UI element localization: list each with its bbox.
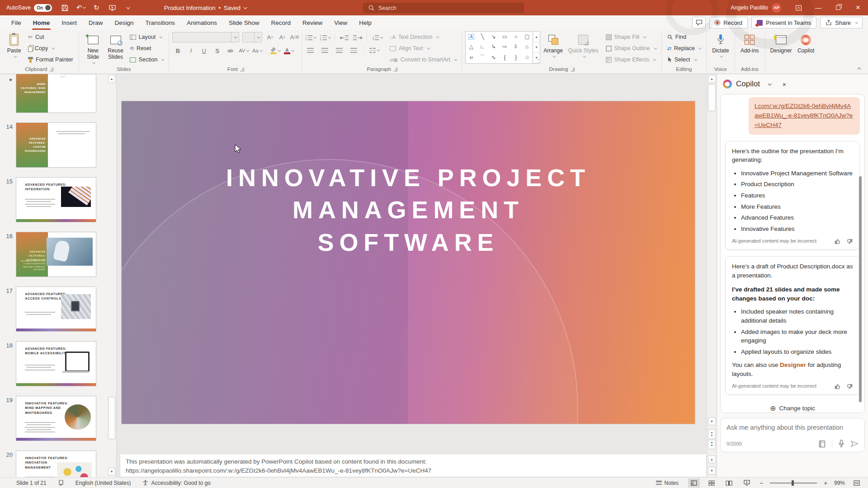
convert-smartart-button[interactable]: ⇄▦Convert to SmartArt — [387, 54, 458, 65]
new-slide-button[interactable]: New Slide — [82, 31, 104, 65]
slide-indicator[interactable]: Slide 1 of 21 — [13, 480, 50, 486]
start-slideshow-button[interactable] — [108, 3, 117, 13]
zoom-out-button[interactable]: − — [759, 479, 764, 487]
justify-button[interactable] — [349, 45, 358, 55]
zoom-slider[interactable] — [770, 483, 817, 483]
avatar[interactable]: AP — [772, 3, 781, 13]
voice-input-icon[interactable] — [838, 440, 844, 448]
current-slide[interactable]: INNOVATIVE PROJECT MANAGEMENT SOFTWARE — [122, 101, 695, 424]
notes-toggle-button[interactable]: Notes — [652, 480, 682, 486]
thumbs-up-icon[interactable] — [834, 238, 841, 245]
minimize-button[interactable]: — — [808, 0, 828, 15]
autosave-toggle[interactable]: AutoSave On — [6, 4, 52, 12]
slide-show-view-button[interactable] — [741, 479, 753, 488]
text-box-shape-icon[interactable]: A — [468, 34, 474, 40]
thumbs-up-icon[interactable] — [834, 383, 841, 390]
shape-fill-button[interactable]: Shape Fill — [604, 32, 658, 42]
arc-shape-icon[interactable]: ⌒ — [480, 54, 485, 61]
zoom-in-button[interactable]: + — [823, 479, 828, 487]
cut-button[interactable]: ✂Cut — [26, 32, 75, 42]
right-arrow-shape-icon[interactable]: ⇨ — [502, 43, 507, 50]
tab-animations[interactable]: Animations — [181, 15, 223, 30]
tab-record[interactable]: Record — [265, 15, 297, 30]
document-title-area[interactable]: Product Information • Saved — [164, 0, 246, 15]
user-name[interactable]: Angelo Paolillo — [731, 5, 768, 11]
thumbnail-slide-18[interactable]: 18 ADVANCED FEATURES: MOBILE ACCESSIBILI… — [0, 341, 116, 386]
tab-design[interactable]: Design — [109, 15, 140, 30]
thumbnail-image[interactable]: INNOVATIVE FEATURES: MIND MAPPING AND WH… — [16, 396, 96, 441]
quick-styles-button[interactable]: Quick Styles — [566, 31, 601, 59]
reset-button[interactable]: ⟲Reset — [127, 43, 166, 54]
prompt-guide-icon[interactable] — [818, 440, 826, 448]
present-in-teams-button[interactable]: Present in Teams — [751, 17, 816, 28]
line-shape-icon[interactable]: ╲ — [481, 33, 484, 40]
left-brace-shape-icon[interactable]: { — [504, 54, 505, 61]
scroll-down-button[interactable]: ▼ — [108, 468, 115, 475]
share-button[interactable]: Share — [820, 17, 863, 28]
undo-button[interactable]: ↶ — [76, 3, 85, 13]
shapes-grid[interactable]: A ╲ ↘ ▭ ○ ▢ △ ∟ ↳ ⇨ ⇩ ⌂ ℮ — [465, 31, 533, 64]
arrange-button[interactable]: Arrange — [541, 31, 565, 59]
copy-button[interactable]: Copy — [26, 43, 75, 54]
search-box[interactable]: Search — [363, 3, 524, 13]
thumbnail-slide-13[interactable]: 13★ MORE FEATURES: RISK MANAGEMENT Ident… — [0, 74, 116, 113]
normal-view-button[interactable] — [688, 479, 700, 488]
dialog-launcher-icon[interactable] — [571, 67, 575, 71]
find-button[interactable]: Find — [665, 32, 703, 42]
gallery-up-icon[interactable]: ▲ — [533, 32, 540, 42]
shape-effects-button[interactable]: Shape Effects — [604, 54, 658, 65]
text-direction-button[interactable]: ↓AText Direction — [387, 32, 458, 42]
tab-review[interactable]: Review — [297, 15, 328, 30]
shapes-gallery-scroll[interactable]: ▲ ▼ ▼̲ — [533, 31, 540, 64]
chat-scrollbar-thumb[interactable] — [859, 176, 862, 402]
font-name-combo[interactable] — [172, 32, 239, 42]
thumbnail-slide-19[interactable]: 19 INNOVATIVE FEATURES: MIND MAPPING AND… — [0, 396, 116, 441]
arrow-shape-icon[interactable]: ↘ — [491, 33, 496, 40]
tab-transitions[interactable]: Transitions — [140, 15, 181, 30]
columns-button[interactable] — [369, 45, 379, 55]
thumbnail-image[interactable]: ADVANCED FEATURES: ACCESS CONTROLS — [16, 286, 96, 332]
font-color-button[interactable]: A — [284, 46, 293, 56]
restore-button[interactable] — [828, 0, 848, 15]
slide-thumbnails-panel[interactable]: 13★ MORE FEATURES: RISK MANAGEMENT Ident… — [0, 74, 117, 477]
down-arrow-shape-icon[interactable]: ⇩ — [514, 43, 518, 50]
document-link[interactable]: t.com/:w:/g/EZGt2k6-0ehBvl4jMv4AawEB1Wu_… — [755, 103, 853, 128]
numbering-button[interactable] — [320, 33, 330, 42]
shape-outline-button[interactable]: Shape Outline — [604, 43, 658, 54]
tab-view[interactable]: View — [328, 15, 353, 30]
spell-check-button[interactable] — [55, 480, 67, 486]
thumbnail-image[interactable]: ADVANCED FEATURES: CUSTOM DASHBOARDS — [16, 122, 96, 168]
next-slide-button[interactable]: ▼▼ — [708, 440, 716, 449]
thumbnail-image[interactable]: ADVANCED FEATURES: AUTOMATION AUTOMATED … — [16, 232, 96, 277]
thumbnail-slide-14[interactable]: 14 ADVANCED FEATURES: CUSTOM DASHBOARDS — [0, 122, 116, 168]
clear-formatting-button[interactable]: A⌫ — [290, 32, 299, 42]
oval-shape-icon[interactable]: ○ — [514, 33, 518, 40]
reading-view-button[interactable] — [723, 479, 735, 488]
copilot-ribbon-button[interactable]: Copilot — [795, 31, 817, 55]
align-text-button[interactable]: Align Text — [387, 43, 458, 54]
gallery-more-icon[interactable]: ▼̲ — [533, 53, 540, 63]
tab-insert[interactable]: Insert — [56, 15, 83, 30]
align-center-button[interactable] — [320, 45, 329, 55]
thumbs-down-icon[interactable] — [846, 238, 853, 245]
save-button[interactable] — [60, 3, 69, 13]
decrease-indent-button[interactable]: ⇤ — [340, 33, 349, 42]
curve-shape-icon[interactable]: ∿ — [491, 54, 496, 61]
reuse-slides-button[interactable]: Reuse Slides — [105, 31, 127, 61]
text-highlight-button[interactable] — [270, 46, 280, 56]
replace-button[interactable]: ⇄Replace — [665, 43, 703, 54]
autosave-switch[interactable]: On — [34, 4, 52, 12]
increase-indent-button[interactable]: ⇥ — [353, 33, 362, 42]
designer-button[interactable]: Designer — [768, 31, 794, 55]
fit-slide-to-window-button[interactable] — [851, 479, 863, 488]
copilot-collapse-button[interactable] — [764, 79, 775, 89]
thumbnail-slide-15[interactable]: 15 ADVANCED FEATURES: INTEGRATION — [0, 177, 116, 222]
shapes-gallery[interactable]: A ╲ ↘ ▭ ○ ▢ △ ∟ ↳ ⇨ ⇩ ⌂ ℮ — [465, 31, 540, 64]
scroll-up-button[interactable]: ▲ — [708, 75, 716, 83]
format-painter-button[interactable]: Format Painter — [26, 54, 75, 65]
ribbon-display-options-button[interactable] — [788, 0, 808, 15]
customize-quick-access-button[interactable] — [123, 3, 132, 13]
rounded-rectangle-shape-icon[interactable]: ▢ — [524, 33, 529, 40]
tab-help[interactable]: Help — [353, 15, 377, 30]
dialog-launcher-icon[interactable] — [393, 67, 397, 71]
